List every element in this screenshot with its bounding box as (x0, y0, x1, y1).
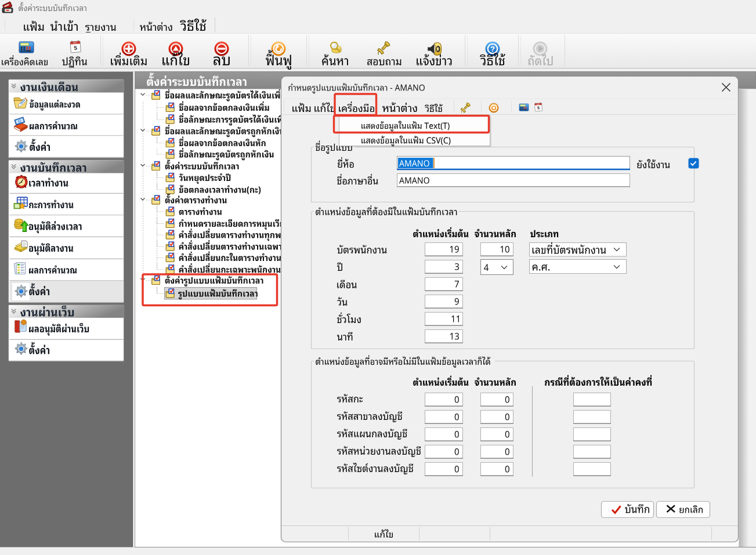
svg-text:DEC: DEC (537, 103, 540, 105)
svg-text:5: 5 (537, 106, 540, 110)
svg-text:DEC: DEC (73, 42, 78, 45)
svg-text:?: ? (490, 45, 495, 53)
